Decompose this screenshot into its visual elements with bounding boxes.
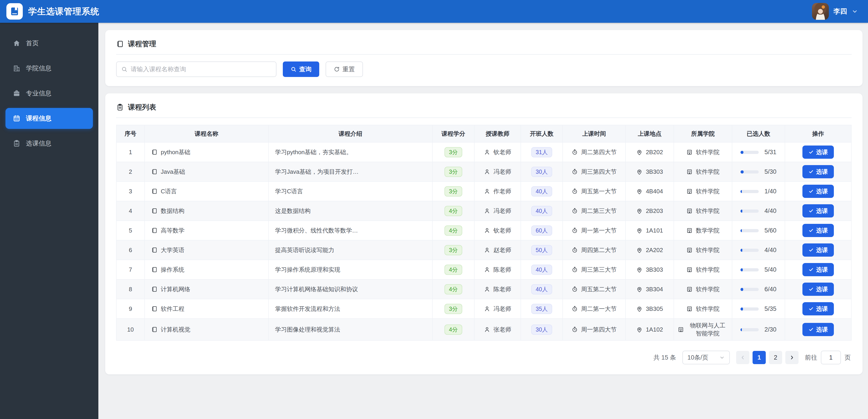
select-course-label: 选课 — [816, 305, 828, 313]
notebook-icon — [151, 247, 158, 253]
class-room: 3B303 — [646, 168, 663, 175]
course-intro: 学习图像处理和视觉算法 — [269, 319, 432, 340]
search-button[interactable]: 查询 — [283, 61, 319, 77]
page-button-1[interactable]: 1 — [752, 351, 766, 364]
building-icon — [686, 266, 693, 273]
sidebar-item-enroll[interactable]: 选课信息 — [5, 133, 93, 154]
course-name: 大学英语 — [161, 246, 184, 254]
select-course-button[interactable]: 选课 — [802, 323, 834, 336]
table-row: 9 软件工程 掌握软件开发流程和方法 3分 冯老师 — [116, 299, 851, 319]
sidebar-item-home[interactable]: 首页 — [5, 33, 93, 54]
select-course-label: 选课 — [816, 168, 828, 176]
class-room: 3B303 — [646, 266, 663, 273]
college-name: 软件学院 — [696, 187, 719, 196]
location-icon — [636, 247, 643, 253]
page-size-value: 10条/页 — [687, 353, 708, 362]
check-icon — [808, 149, 814, 155]
select-course-button[interactable]: 选课 — [802, 204, 834, 217]
row-index: 1 — [116, 142, 145, 162]
sidebar-item-course[interactable]: 课程信息 — [5, 108, 93, 129]
reset-button[interactable]: 重置 — [326, 61, 363, 77]
notebook-icon — [151, 188, 158, 194]
class-time: 周二第一大节 — [581, 305, 617, 313]
select-course-button[interactable]: 选课 — [802, 263, 834, 276]
teacher-name: 张老师 — [493, 326, 511, 334]
class-time: 周三第四大节 — [581, 168, 617, 176]
book-logo-icon — [9, 6, 20, 17]
enrollment-count: 4/40 — [765, 247, 776, 253]
chevron-down-icon — [719, 355, 725, 360]
table-row: 4 数据结构 这是数据结构 4分 冯老师 — [116, 201, 851, 221]
class-time: 周一第一大节 — [581, 227, 617, 235]
check-icon — [808, 327, 814, 332]
select-course-button[interactable]: 选课 — [802, 165, 834, 178]
location-icon — [636, 327, 643, 333]
check-icon — [808, 188, 814, 194]
chevron-down-icon — [851, 8, 858, 14]
class-time: 周三第三大节 — [581, 266, 617, 274]
course-intro: 掌握软件开发流程和方法 — [269, 299, 432, 319]
capacity-badge: 40人 — [531, 206, 552, 216]
total-count: 共 15 条 — [653, 353, 676, 362]
person-icon — [484, 149, 490, 155]
building-icon — [686, 149, 693, 155]
location-icon — [636, 208, 643, 214]
column-header: 课程学分 — [432, 125, 474, 142]
enrollment-progress-bar — [741, 190, 759, 193]
sidebar-item-major[interactable]: 专业信息 — [5, 83, 93, 104]
person-icon — [484, 208, 490, 214]
chevron-right-icon — [789, 355, 795, 360]
calendar-icon — [13, 115, 21, 122]
prev-page-button[interactable] — [736, 351, 749, 364]
credit-badge: 4分 — [444, 325, 462, 335]
table-row: 5 高等数学 学习微积分、线性代数等数学… 4分 钦老师 — [116, 221, 851, 240]
notebook-icon — [151, 266, 158, 273]
user-name: 李四 — [833, 7, 847, 16]
row-index: 10 — [116, 319, 145, 340]
teacher-name: 冯老师 — [493, 168, 511, 176]
column-header: 已选人数 — [732, 125, 785, 142]
location-icon — [636, 228, 643, 234]
course-intro: 这是数据结构 — [269, 201, 432, 221]
select-course-button[interactable]: 选课 — [802, 243, 834, 257]
select-course-button[interactable]: 选课 — [802, 302, 834, 316]
notebook-icon — [151, 286, 158, 292]
app-logo — [6, 3, 23, 20]
notebook-icon — [151, 306, 158, 312]
goto-page-input[interactable] — [821, 351, 841, 364]
capacity-badge: 50人 — [531, 245, 552, 255]
check-icon — [808, 208, 814, 214]
notebook-icon — [151, 149, 158, 155]
page-size-select[interactable]: 10条/页 — [682, 351, 730, 364]
user-avatar[interactable] — [812, 3, 829, 20]
enrollment-count: 5/60 — [765, 227, 776, 234]
sidebar-item-college[interactable]: 学院信息 — [5, 58, 93, 79]
row-index: 8 — [116, 279, 145, 299]
college-name: 软件学院 — [696, 148, 719, 156]
credit-badge: 3分 — [444, 304, 462, 314]
notebook-icon — [116, 40, 124, 48]
select-course-label: 选课 — [816, 148, 828, 156]
select-course-button[interactable]: 选课 — [802, 224, 834, 237]
next-page-button[interactable] — [785, 351, 799, 364]
user-menu[interactable]: 李四 — [812, 3, 858, 20]
select-course-label: 选课 — [816, 326, 828, 334]
location-icon — [636, 188, 643, 195]
course-table: 序号课程名称课程介绍课程学分授课教师开班人数上课时间上课地点所属学院已选人数操作… — [116, 125, 851, 341]
course-name: 高等数学 — [161, 227, 184, 235]
class-time: 周五第二大节 — [581, 285, 617, 293]
location-icon — [636, 169, 643, 175]
page-button-2[interactable]: 2 — [769, 351, 782, 364]
building-icon — [686, 169, 693, 175]
select-course-button[interactable]: 选课 — [802, 146, 834, 159]
class-room: 4B404 — [646, 188, 663, 195]
table-row: 8 计算机网络 学习计算机网络基础知识和协议 4分 陈老师 — [116, 279, 851, 299]
select-course-button[interactable]: 选课 — [802, 282, 834, 296]
teacher-name: 冯老师 — [493, 305, 511, 313]
course-search-input[interactable] — [131, 66, 272, 73]
column-header: 所属学院 — [674, 125, 732, 142]
select-course-button[interactable]: 选课 — [802, 185, 834, 198]
select-course-label: 选课 — [816, 246, 828, 254]
course-name: 软件工程 — [161, 305, 184, 313]
row-index: 2 — [116, 162, 145, 181]
